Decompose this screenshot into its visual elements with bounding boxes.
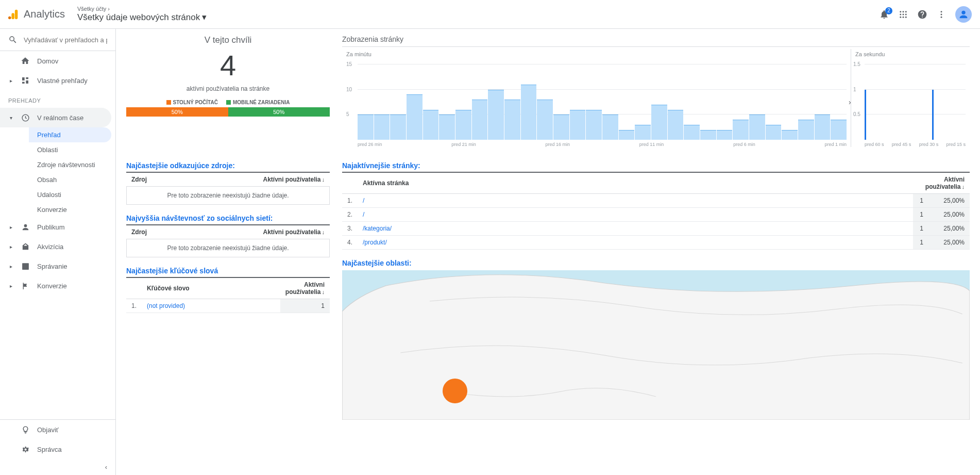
col-users[interactable]: Aktívni používatelia↓	[180, 172, 330, 187]
svg-point-12	[941, 11, 942, 12]
active-users-count: 4	[126, 48, 330, 82]
subnav-locations[interactable]: Oblasti	[29, 142, 115, 157]
chart-sec-canvas: 0.511.5pred 60 spred 45 spred 30 spred 1…	[851, 59, 970, 147]
subnav-overview[interactable]: Prehľad	[29, 127, 111, 142]
search-input[interactable]	[24, 36, 107, 44]
chart-min-label: Za minútu	[342, 49, 851, 59]
svg-point-6	[900, 13, 901, 15]
subnav-events[interactable]: Udalosti	[29, 187, 115, 202]
social-empty: Pre toto zobrazenie neexistujú žiadne úd…	[126, 239, 330, 257]
nav-admin[interactable]: Správca	[0, 439, 115, 459]
chart-per-second: › Za sekundu 0.511.5pred 60 spred 45 spr…	[851, 49, 970, 147]
nav-conversions[interactable]: ▸ Konverzie	[0, 276, 115, 296]
sort-desc-icon: ↓	[322, 229, 325, 235]
notifications-button[interactable]: 2	[879, 9, 889, 20]
expand-caret-icon: ▸	[8, 224, 13, 230]
nav-realtime[interactable]: ▾ V reálnom čase	[0, 108, 111, 127]
lightbulb-icon	[21, 425, 30, 434]
sidebar: Domov ▸ Vlastné prehľady PREHĽADY ▾ V re…	[0, 29, 116, 475]
help-icon[interactable]	[917, 9, 927, 20]
svg-rect-1	[11, 13, 14, 19]
subnav-traffic[interactable]: Zdroje návštevnosti	[29, 157, 115, 172]
keyword-link[interactable]: (not provided)	[142, 299, 280, 313]
svg-rect-0	[15, 9, 18, 19]
user-avatar[interactable]	[955, 6, 972, 23]
social-table: ZdrojAktívni používatelia↓	[126, 224, 330, 239]
svg-rect-22	[22, 263, 29, 270]
mobile-color-icon	[226, 100, 231, 105]
chart-per-minute: Za minútu 51015pred 26 minpred 21 minpre…	[342, 49, 851, 147]
device-legend: STOLNÝ POČÍTAČ MOBILNÉ ZARIADENIA	[126, 100, 330, 105]
subnav-conversions[interactable]: Konverzie	[29, 202, 115, 217]
sort-desc-icon: ↓	[322, 176, 325, 183]
sidebar-footer: Objaviť Správca ‹	[0, 419, 115, 475]
col-users[interactable]: Aktívni používatelia↓	[913, 172, 970, 194]
col-keyword[interactable]: Kľúčové slovo	[142, 277, 280, 299]
keywords-table: Kľúčové slovoAktívni používatelia↓ 1.(no…	[126, 277, 330, 313]
behavior-icon	[21, 261, 30, 271]
account-selector[interactable]: Všetky účty › Všetky údaje webových strá…	[77, 6, 207, 23]
nav-discover[interactable]: Objaviť	[0, 420, 115, 439]
nav-home[interactable]: Domov	[0, 51, 115, 71]
svg-rect-19	[22, 82, 25, 84]
page-link[interactable]: /	[358, 194, 913, 208]
nav-custom-reports[interactable]: ▸ Vlastné prehľady	[0, 71, 115, 90]
collapse-caret-icon: ▾	[8, 115, 13, 121]
col-page[interactable]: Aktívna stránka	[358, 172, 913, 194]
apps-icon[interactable]	[899, 10, 908, 19]
svg-point-10	[903, 16, 904, 18]
table-row[interactable]: 3./kategoria/125,00%	[342, 222, 970, 236]
keywords-title: Najčastejšie kľúčové slová	[126, 267, 330, 275]
section-reports-label: PREHĽADY	[0, 90, 115, 108]
nav-acquisition[interactable]: ▸ Akvizícia	[0, 237, 115, 256]
col-source[interactable]: Zdroj	[126, 172, 180, 187]
search-row[interactable]	[0, 29, 115, 51]
svg-point-7	[903, 13, 904, 15]
col-users[interactable]: Aktívni používatelia↓	[280, 277, 330, 299]
right-col: Najaktívnejšie stránky: Aktívna stránkaA…	[342, 161, 970, 420]
dashboard-icon	[21, 76, 30, 85]
table-row[interactable]: 1.(not provided)1	[126, 299, 330, 313]
pageviews-charts-panel: Zobrazenia stránky Za minútu 51015pred 2…	[342, 35, 970, 147]
locations-map[interactable]	[342, 270, 970, 420]
svg-point-8	[905, 13, 907, 15]
col-source[interactable]: Zdroj	[126, 225, 180, 239]
notification-badge: 2	[885, 7, 892, 14]
svg-point-21	[24, 224, 27, 227]
expand-caret-icon: ▸	[8, 264, 13, 269]
logo[interactable]: Analytics	[8, 8, 65, 20]
page-link[interactable]: /produkt/	[358, 236, 913, 250]
more-icon[interactable]	[937, 10, 946, 19]
collapse-sidebar-button[interactable]: ‹	[0, 459, 115, 475]
table-row[interactable]: 4./produkt/125,00%	[342, 236, 970, 250]
page-link[interactable]: /kategoria/	[358, 222, 913, 236]
breadcrumb: Všetky účty ›	[77, 6, 207, 12]
svg-point-14	[941, 16, 942, 18]
nav-audience[interactable]: ▸ Publikum	[0, 217, 115, 237]
location-bubble[interactable]	[443, 379, 467, 403]
expand-caret-icon: ▸	[8, 283, 13, 289]
chart-min-canvas: 51015pred 26 minpred 21 minpred 16 minpr…	[342, 59, 851, 147]
svg-point-4	[903, 11, 904, 12]
subnav-content[interactable]: Obsah	[29, 172, 115, 187]
header-actions: 2	[879, 6, 972, 23]
svg-point-3	[900, 11, 901, 12]
table-row[interactable]: 2./125,00%	[342, 208, 970, 222]
chart-expand-icon[interactable]: ›	[849, 98, 851, 106]
realtime-subnav: Prehľad Oblasti Zdroje návštevnosti Obsa…	[0, 127, 115, 217]
top-row: V tejto chvíli 4 aktívni používatelia na…	[126, 35, 970, 147]
pages-title: Najaktívnejšie stránky:	[342, 161, 970, 170]
flag-icon	[21, 281, 30, 290]
mobile-bar: 50%	[228, 107, 330, 117]
desktop-color-icon	[166, 100, 171, 105]
table-row[interactable]: 1./125,00%	[342, 194, 970, 208]
svg-rect-16	[22, 77, 25, 80]
product-name: Analytics	[24, 8, 65, 20]
dropdown-caret-icon: ▾	[202, 12, 207, 23]
col-users[interactable]: Aktívni používatelia↓	[180, 225, 330, 239]
view-name: Všetky údaje webových stránok ▾	[77, 12, 207, 23]
svg-rect-18	[26, 80, 28, 84]
page-link[interactable]: /	[358, 208, 913, 222]
nav-behavior[interactable]: ▸ Správanie	[0, 256, 115, 276]
map-svg	[342, 270, 970, 420]
